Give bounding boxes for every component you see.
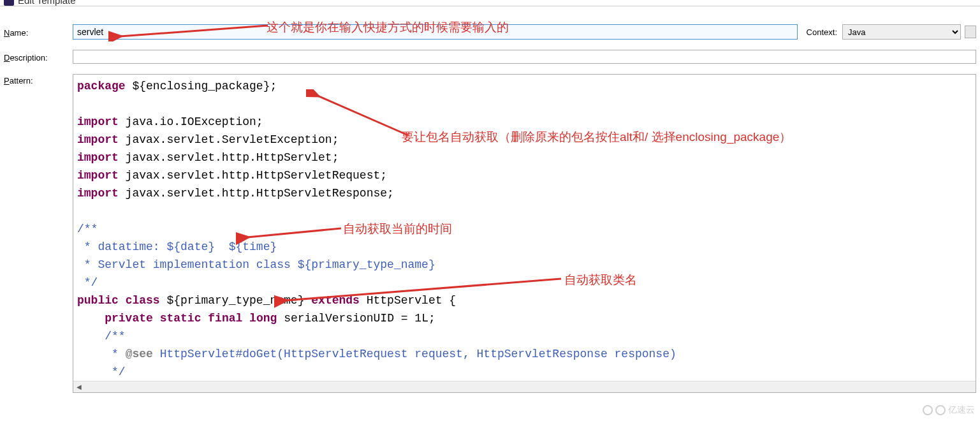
- pattern-row: Pattern: package ${enclosing_package}; i…: [4, 74, 976, 393]
- horizontal-scrollbar[interactable]: ◀: [73, 381, 976, 392]
- name-row: Name: Context: Java: [4, 24, 976, 40]
- eclipse-icon: [4, 0, 14, 6]
- watermark: 亿速云: [923, 404, 975, 416]
- window-title: Edit Template: [18, 0, 76, 6]
- pattern-code[interactable]: package ${enclosing_package}; import jav…: [73, 75, 976, 381]
- name-label: Name:: [4, 26, 73, 38]
- context-select[interactable]: Java: [842, 24, 961, 40]
- description-input[interactable]: [73, 50, 976, 64]
- watermark-text: 亿速云: [948, 404, 975, 416]
- watermark-icon: [923, 405, 933, 415]
- watermark-icon: [935, 405, 946, 415]
- pattern-label: Pattern:: [4, 74, 73, 85]
- context-label: Context:: [807, 27, 837, 37]
- scroll-left-icon[interactable]: ◀: [73, 382, 85, 392]
- context-browse-button[interactable]: [965, 26, 976, 38]
- description-label: Description:: [4, 51, 73, 63]
- name-input[interactable]: [73, 24, 798, 40]
- description-row: Description:: [4, 50, 976, 64]
- window-titlebar: Edit Template: [0, 0, 980, 6]
- pattern-textarea[interactable]: package ${enclosing_package}; import jav…: [73, 74, 976, 393]
